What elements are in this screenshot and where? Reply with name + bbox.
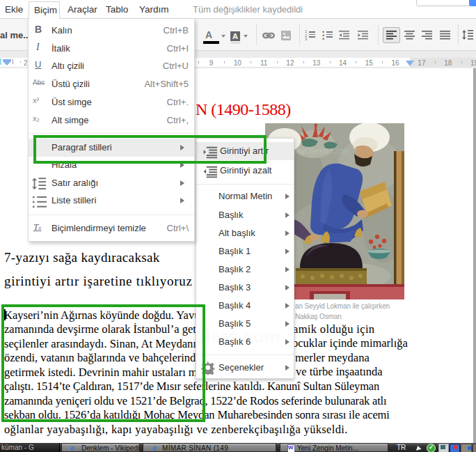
svg-text:SlaytYerim.Com: SlaytYerim.Com xyxy=(289,146,349,156)
